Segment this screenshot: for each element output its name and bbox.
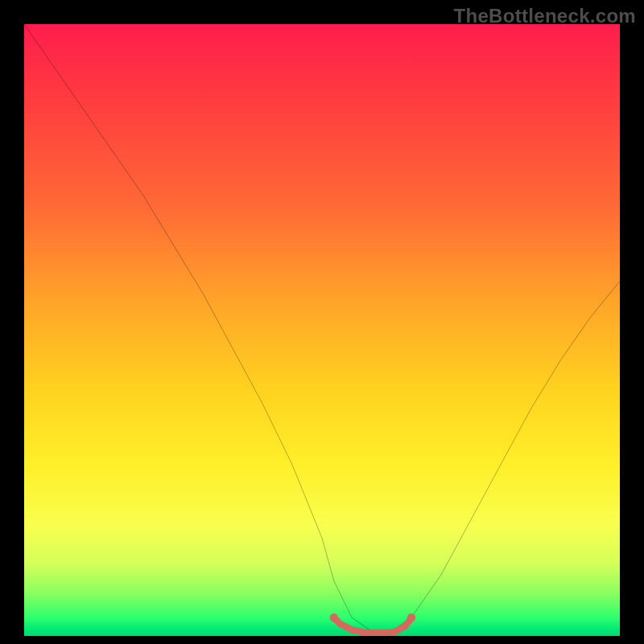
app-frame: TheBottleneck.com xyxy=(0,0,644,644)
valley-accent-dot-left xyxy=(330,613,338,622)
valley-accent-path xyxy=(334,617,411,633)
watermark-text: TheBottleneck.com xyxy=(454,5,636,27)
valley-accent-dot-right xyxy=(407,613,415,622)
bottleneck-chart xyxy=(24,24,620,636)
bottleneck-curve-path xyxy=(24,24,620,630)
